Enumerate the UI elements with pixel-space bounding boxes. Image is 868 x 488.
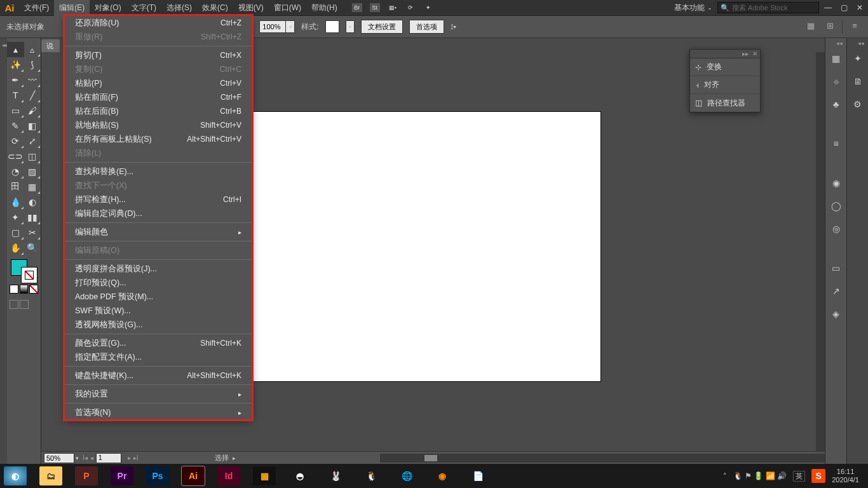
menu-1[interactable]: 编辑(E): [54, 0, 90, 16]
menu-item[interactable]: 打印预设(Q)...: [65, 276, 252, 290]
doc-setup-button[interactable]: 文档设置: [361, 20, 403, 34]
panel-menu-icon[interactable]: ≡: [830, 137, 843, 150]
panel-row-align[interactable]: ⫞对齐: [690, 76, 760, 94]
menu-6[interactable]: 视图(V): [233, 0, 269, 16]
menu-3[interactable]: 文字(T): [126, 0, 161, 16]
panel-row-transform[interactable]: ⊹变换: [690, 58, 760, 76]
tb-indesign[interactable]: Id: [217, 466, 240, 485]
menu-item[interactable]: 透视网格预设(G)...: [65, 318, 252, 332]
dock-strip-left[interactable]: ◂◂: [0, 38, 7, 464]
panel-icon-3[interactable]: ≡: [848, 20, 862, 31]
tb-illustrator[interactable]: Ai: [182, 466, 205, 485]
bridge-icon[interactable]: Br: [351, 3, 363, 13]
perspective-tool[interactable]: ▨: [24, 164, 41, 179]
magic-wand-tool[interactable]: ✨: [7, 57, 24, 72]
direct-selection-tool[interactable]: ▵: [24, 42, 41, 57]
color-selector[interactable]: [7, 258, 41, 283]
tb-photoshop[interactable]: Ps: [146, 466, 169, 485]
stock-icon[interactable]: St: [369, 3, 381, 13]
menu-item[interactable]: 我的设置: [65, 387, 252, 401]
transform-panel[interactable]: ▸▸✕ ⊹变换 ⫞对齐 ◫路径查找器: [689, 49, 761, 112]
menu-item[interactable]: 编辑颜色: [65, 225, 252, 239]
v-scrollbar[interactable]: [816, 52, 825, 451]
search-input[interactable]: 🔍搜索 Adobe Stock: [717, 2, 819, 13]
pen-tool[interactable]: ✒: [7, 72, 24, 88]
type-tool[interactable]: T: [7, 88, 24, 103]
menu-item[interactable]: SWF 预设(W)...: [65, 304, 252, 318]
doc-icon[interactable]: 🗎: [851, 75, 864, 88]
maximize-button[interactable]: ▢: [841, 3, 848, 12]
menu-item[interactable]: 剪切(T)Ctrl+X: [65, 48, 252, 62]
first-artboard[interactable]: I◂: [83, 454, 88, 461]
brushes-icon[interactable]: ♣: [830, 98, 843, 111]
color-icon[interactable]: ◉: [830, 177, 843, 189]
screen-mode-normal[interactable]: [10, 300, 18, 309]
next-artboard[interactable]: ▸: [128, 454, 131, 461]
menu-item[interactable]: 首选项(N): [65, 405, 252, 419]
graph-tool[interactable]: ▮▮: [24, 210, 41, 225]
color-mode-solid[interactable]: [10, 285, 18, 294]
artboard-number[interactable]: 1: [96, 453, 121, 463]
symbols-icon[interactable]: ✦: [851, 52, 864, 65]
layers-icon[interactable]: ◈: [830, 308, 843, 320]
collapse-icon[interactable]: ◂◂: [836, 40, 843, 46]
eyedropper-tool[interactable]: 💧: [7, 194, 24, 210]
tb-chrome[interactable]: 🌐: [395, 466, 418, 485]
style-swatch[interactable]: [325, 20, 339, 33]
slice-tool[interactable]: ✂: [24, 225, 41, 240]
rectangle-tool[interactable]: ▭: [7, 103, 24, 118]
rotate-tool[interactable]: ⟳: [7, 133, 24, 149]
menu-item[interactable]: 拼写检查(H)...Ctrl+I: [65, 193, 252, 207]
menu-2[interactable]: 对象(O): [90, 0, 126, 16]
tb-explorer[interactable]: 🗂: [39, 466, 62, 485]
menu-item[interactable]: 透明度拼合器预设(J)...: [65, 262, 252, 276]
color-mode-gradient[interactable]: [20, 285, 29, 294]
arrange-icon[interactable]: ▦▪: [387, 3, 398, 13]
panel-row-pathfinder[interactable]: ◫路径查找器: [690, 94, 760, 112]
menu-4[interactable]: 选择(S): [161, 0, 197, 16]
cc-icon[interactable]: ◎: [830, 222, 843, 235]
symbol-sprayer-tool[interactable]: ✦: [7, 210, 24, 225]
tb-app-13[interactable]: ◉: [431, 466, 454, 485]
close-button[interactable]: ✕: [857, 3, 863, 12]
tray-icons[interactable]: 🐧 ⚑ 🔋 📶 🔊: [733, 471, 787, 480]
workspace-switcher[interactable]: 基本功能⌄: [674, 3, 712, 13]
scale-tool[interactable]: ⤢: [24, 133, 41, 149]
menu-item[interactable]: 贴在后面(B)Ctrl+B: [65, 104, 252, 118]
document-tab[interactable]: 说: [41, 39, 60, 52]
menu-item[interactable]: 查找和替换(E)...: [65, 165, 252, 179]
prev-artboard[interactable]: ◂: [90, 454, 93, 461]
menu-item[interactable]: 在所有画板上粘贴(S)Alt+Shift+Ctrl+V: [65, 132, 252, 146]
mesh-tool[interactable]: 田: [7, 179, 24, 194]
h-scrollbar[interactable]: [380, 454, 825, 463]
menu-8[interactable]: 帮助(H): [306, 0, 342, 16]
menu-item[interactable]: 还原清除(U)Ctrl+Z: [65, 16, 252, 30]
tray-expand[interactable]: ˄: [723, 472, 727, 480]
menu-0[interactable]: 文件(F): [19, 0, 54, 16]
menu-item[interactable]: 编辑自定词典(D)...: [65, 207, 252, 220]
tb-notes[interactable]: 📄: [466, 466, 489, 485]
misc-icon-2[interactable]: ✦: [423, 3, 434, 13]
hand-tool[interactable]: ✋: [7, 240, 24, 255]
free-transform-tool[interactable]: ◫: [24, 149, 41, 164]
menu-item[interactable]: 就地粘贴(S)Shift+Ctrl+V: [65, 118, 252, 132]
line-tool[interactable]: ╱: [24, 88, 41, 103]
panel-icon-1[interactable]: ▦: [804, 20, 818, 31]
lasso-tool[interactable]: ⟆: [24, 57, 41, 72]
menu-item[interactable]: 粘贴(P)Ctrl+V: [65, 76, 252, 90]
menu-7[interactable]: 窗口(W): [269, 0, 306, 16]
minimize-button[interactable]: ―: [824, 3, 832, 12]
gear-icon[interactable]: ⚙: [851, 98, 864, 111]
selection-tool[interactable]: ▴: [7, 42, 24, 57]
artboard[interactable]: [245, 112, 600, 381]
align-icon[interactable]: ⟟▾: [451, 22, 456, 31]
panel-icon-2[interactable]: ⊞: [823, 20, 837, 31]
tb-powerpoint[interactable]: P: [75, 466, 98, 485]
export-icon[interactable]: ↗: [830, 285, 843, 297]
zoom-field[interactable]: 50%: [44, 453, 74, 463]
artboard-tool[interactable]: ▢: [7, 225, 24, 240]
misc-icon-1[interactable]: ⟳: [405, 3, 416, 13]
preferences-button[interactable]: 首选项: [409, 20, 444, 34]
stroke-swatch[interactable]: [21, 267, 37, 283]
width-tool[interactable]: ⊂⊃: [7, 149, 24, 164]
